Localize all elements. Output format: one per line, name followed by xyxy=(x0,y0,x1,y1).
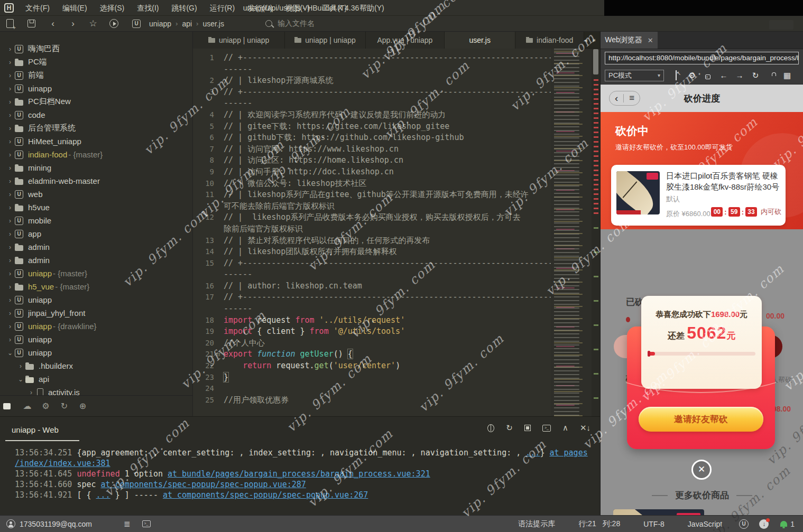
tree-item[interactable]: ⌄api xyxy=(0,372,192,386)
qr-code-icon[interactable]: ▦ xyxy=(779,71,795,80)
menu-item[interactable]: 视图(V) xyxy=(279,0,317,16)
menu-item[interactable]: 选择(S) xyxy=(94,0,131,16)
chevron-right-icon[interactable]: › xyxy=(5,336,15,343)
console-link[interactable]: ... xyxy=(96,490,110,500)
tab-prev-icon[interactable]: ◂ xyxy=(584,36,587,44)
new-file-icon[interactable] xyxy=(6,19,14,28)
menu-item[interactable]: 帮助(Y) xyxy=(353,0,391,16)
editor-tab[interactable]: indian-food xyxy=(515,32,584,49)
breadcrumb-file[interactable]: user.js xyxy=(202,20,224,28)
stop-icon[interactable] xyxy=(524,425,531,431)
menu-item[interactable]: 工具(T) xyxy=(316,0,353,16)
terminal-icon[interactable]: >_ xyxy=(142,520,151,527)
uni-update-icon[interactable]: U xyxy=(739,519,749,529)
tree-item[interactable]: ›.hbuilderx xyxy=(0,359,192,372)
restart-icon[interactable]: ↻ xyxy=(506,423,513,433)
clear-console-icon[interactable]: ✕↓ xyxy=(580,423,590,433)
tree-item[interactable]: ›indian-food - {master} xyxy=(0,148,192,161)
editor-tab[interactable]: uniapp | uniapp xyxy=(285,32,365,49)
tree-item[interactable]: ›admin xyxy=(0,254,192,267)
chevron-right-icon[interactable]: › xyxy=(5,204,15,211)
syntax-lib-label[interactable]: 语法提示库 xyxy=(518,519,555,529)
chevron-down-icon[interactable]: ⌄ xyxy=(16,376,25,383)
product-card[interactable]: 日本进口pilot百乐贵客钢笔 硬橡胶生漆18k金笔fkv-88sr莳绘30号金… xyxy=(611,165,786,226)
nav-back-icon[interactable]: ← xyxy=(716,71,732,80)
minimap[interactable] xyxy=(551,49,592,416)
refresh-icon[interactable]: ↻ xyxy=(55,401,73,411)
tree-item[interactable]: ›h5_vue - {master} xyxy=(0,280,192,293)
tree-item[interactable]: ›admin xyxy=(0,240,192,254)
tree-item[interactable]: ›uniapp - {master} xyxy=(0,267,192,280)
url-input[interactable]: http://localhost:8080/mobile/bundle/page… xyxy=(605,52,799,64)
debug-icon[interactable] xyxy=(487,424,494,432)
tree-item[interactable]: ⌄uniapp xyxy=(0,346,192,359)
chevron-right-icon[interactable]: › xyxy=(5,296,15,304)
scrollbar-thumb[interactable] xyxy=(593,49,598,74)
invite-friends-button[interactable]: 邀请好友帮砍 xyxy=(639,407,763,432)
chevron-right-icon[interactable]: › xyxy=(5,45,15,53)
cursor-column[interactable]: 列:28 xyxy=(603,519,620,529)
chevron-right-icon[interactable]: › xyxy=(5,323,15,330)
chevron-right-icon[interactable]: › xyxy=(5,217,15,225)
chevron-right-icon[interactable]: › xyxy=(5,59,15,66)
tree-item[interactable]: ›eladmin-web-master xyxy=(0,174,192,188)
console-link[interactable]: at components/spec-popup/spec-popup.vue:… xyxy=(163,490,368,500)
chevron-right-icon[interactable]: › xyxy=(16,362,25,370)
chevron-right-icon[interactable]: › xyxy=(5,283,15,291)
chevron-right-icon[interactable]: › xyxy=(5,244,15,251)
download-icon[interactable]: ↓ xyxy=(759,519,769,529)
chevron-right-icon[interactable]: › xyxy=(5,111,15,119)
editor-tab[interactable]: uniapp | uniapp xyxy=(193,32,285,49)
tree-item[interactable]: ›嗨淘巴西 xyxy=(0,42,192,55)
tree-item[interactable]: ›uinapp xyxy=(0,82,192,95)
chevron-right-icon[interactable]: › xyxy=(5,72,15,79)
menu-item[interactable]: 发行(U) xyxy=(241,0,279,16)
tree-item[interactable]: ›PC归档New xyxy=(0,95,192,108)
tab-scroll-arrows[interactable]: ◂▸ xyxy=(584,32,600,48)
browser-tab[interactable]: Web浏览器 ✕ xyxy=(601,32,658,49)
tree-item[interactable]: ›mining xyxy=(0,161,192,174)
device-mode-select[interactable]: PC模式 ▾ xyxy=(605,70,664,81)
outline-icon[interactable]: ≣ xyxy=(124,519,131,529)
notification-bell-icon[interactable] xyxy=(780,521,787,527)
chevron-right-icon[interactable]: › xyxy=(5,270,15,277)
tree-item[interactable]: ›前端 xyxy=(0,69,192,82)
chevron-right-icon[interactable]: › xyxy=(5,85,15,92)
console-link[interactable]: ... xyxy=(525,448,540,458)
account-email[interactable]: 1735031199@qq.com xyxy=(20,520,92,528)
chevron-right-icon[interactable]: › xyxy=(5,98,15,106)
editor-tab[interactable]: App.vue | uniapp xyxy=(366,32,445,49)
tree-item[interactable]: ›HiMeet_uniapp xyxy=(0,135,192,148)
chevron-down-icon[interactable]: ⌄ xyxy=(5,349,15,357)
chevron-right-icon[interactable]: › xyxy=(5,164,15,172)
chevron-right-icon[interactable]: › xyxy=(5,230,15,238)
code-area[interactable]: 1// +-----------------------------------… xyxy=(193,49,551,416)
encoding-label[interactable]: UTF-8 xyxy=(643,520,664,528)
notification-count[interactable]: 1 xyxy=(790,520,795,528)
breadcrumb-folder[interactable]: api xyxy=(182,20,192,28)
tree-item[interactable]: ›uniapp - {drawkline} xyxy=(0,320,192,333)
devtools-icon[interactable]: >_ xyxy=(700,71,716,80)
console-link[interactable]: /index/index.vue:381 xyxy=(15,459,110,468)
settings-icon[interactable]: ⚙ xyxy=(36,401,55,411)
tree-item[interactable]: ›code xyxy=(0,108,192,122)
chevron-right-icon[interactable]: › xyxy=(5,310,15,317)
tab-next-icon[interactable]: ▸ xyxy=(593,36,596,44)
chevron-right-icon[interactable]: › xyxy=(5,138,15,145)
new-terminal-icon[interactable]: >_ xyxy=(542,425,551,432)
find-file-box[interactable]: 输入文件名 xyxy=(265,19,477,29)
cloud-icon[interactable]: ☁ xyxy=(18,401,36,411)
fold-icon[interactable]: ⊟ xyxy=(214,349,223,360)
menu-item[interactable]: 跳转(G) xyxy=(165,0,203,16)
tree-item[interactable]: ›后台管理系统 xyxy=(0,122,192,135)
close-tab-icon[interactable]: ✕ xyxy=(648,36,653,44)
editor-tab[interactable]: user.js xyxy=(445,32,515,49)
reload-icon[interactable]: ↻ xyxy=(747,71,763,80)
globe-icon[interactable]: ⊕ xyxy=(73,401,92,411)
panel-icon[interactable] xyxy=(3,403,11,409)
console-tab[interactable]: uniapp - Web xyxy=(12,425,59,434)
tree-item[interactable]: ›PC端 xyxy=(0,55,192,69)
tree-item[interactable]: ›app xyxy=(0,227,192,240)
chevron-right-icon[interactable]: › xyxy=(5,178,15,185)
save-icon[interactable] xyxy=(27,20,35,27)
